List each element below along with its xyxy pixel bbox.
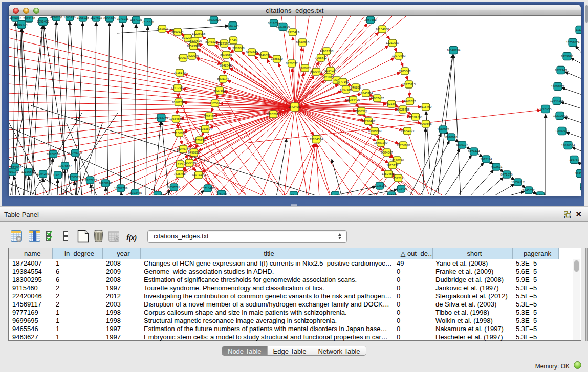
- svg-text:10975887: 10975887: [58, 164, 72, 167]
- svg-text:16640910: 16640910: [296, 41, 310, 44]
- svg-text:6934024: 6934024: [324, 69, 337, 72]
- svg-text:16120746: 16120746: [390, 159, 404, 162]
- svg-text:10107553: 10107553: [172, 101, 186, 104]
- svg-text:6466160: 6466160: [103, 17, 116, 20]
- svg-text:12444156: 12444156: [550, 99, 564, 102]
- svg-text:6099695: 6099695: [420, 122, 432, 125]
- svg-text:1527602: 1527602: [90, 16, 102, 19]
- svg-text:18724007: 18724007: [288, 105, 302, 108]
- svg-text:116753: 116753: [569, 158, 579, 161]
- svg-text:18495764: 18495764: [409, 115, 423, 118]
- svg-text:2087682: 2087682: [364, 18, 377, 21]
- svg-text:15716485: 15716485: [201, 187, 215, 190]
- svg-text:12156813: 12156813: [21, 170, 35, 173]
- svg-text:8146328: 8146328: [205, 40, 217, 43]
- svg-text:7955812: 7955812: [315, 56, 327, 59]
- svg-text:14136141: 14136141: [373, 184, 387, 187]
- svg-text:12359928: 12359928: [69, 151, 82, 155]
- svg-text:16648784: 16648784: [447, 49, 461, 52]
- svg-text:8660124: 8660124: [171, 30, 184, 33]
- svg-text:9084067: 9084067: [381, 151, 393, 154]
- svg-text:12093872: 12093872: [551, 85, 565, 88]
- svg-text:9498222: 9498222: [188, 151, 200, 154]
- svg-text:20153: 20153: [580, 185, 581, 188]
- svg-text:3215955: 3215955: [539, 107, 552, 111]
- svg-text:5878332: 5878332: [193, 139, 206, 142]
- svg-text:9463627: 9463627: [404, 100, 416, 103]
- svg-text:16154808: 16154808: [376, 28, 389, 31]
- svg-text:16782759: 16782759: [114, 187, 128, 190]
- svg-text:7163822: 7163822: [156, 27, 168, 30]
- svg-text:19166852: 19166852: [172, 132, 186, 135]
- svg-text:14914479: 14914479: [192, 173, 206, 177]
- svg-text:7515526: 7515526: [142, 20, 154, 24]
- svg-text:746206: 746206: [351, 86, 361, 89]
- svg-text:16961758: 16961758: [320, 50, 334, 53]
- svg-text:114513: 114513: [53, 173, 63, 177]
- svg-text:10654112: 10654112: [511, 181, 525, 184]
- svg-text:96523: 96523: [290, 193, 298, 195]
- svg-text:7485063: 7485063: [399, 70, 411, 73]
- svg-text:13226058: 13226058: [192, 32, 206, 35]
- svg-text:62160: 62160: [387, 102, 396, 105]
- svg-text:10543362: 10543362: [187, 45, 201, 48]
- svg-text:12923465: 12923465: [128, 191, 142, 194]
- svg-text:20206576: 20206576: [47, 152, 60, 156]
- svg-text:1292346: 1292346: [151, 193, 164, 195]
- svg-text:10973493: 10973493: [392, 54, 406, 57]
- svg-text:6879197: 6879197: [456, 143, 468, 146]
- svg-text:1667135: 1667135: [130, 18, 142, 21]
- svg-text:8675685: 8675685: [220, 53, 232, 56]
- svg-text:8220037: 8220037: [286, 62, 298, 65]
- svg-text:7345: 7345: [332, 193, 339, 195]
- svg-text:8242848: 8242848: [220, 64, 232, 67]
- svg-text:7625402: 7625402: [173, 172, 186, 176]
- svg-text:18807249: 18807249: [374, 141, 388, 144]
- svg-text:8471676: 8471676: [500, 173, 513, 176]
- svg-text:12213363: 12213363: [171, 86, 185, 90]
- svg-text:175342: 175342: [216, 192, 227, 195]
- svg-text:2055714: 2055714: [15, 23, 28, 26]
- svg-text:1294275: 1294275: [37, 172, 49, 176]
- svg-text:13692971: 13692971: [555, 129, 569, 133]
- svg-text:9115460: 9115460: [420, 105, 432, 108]
- svg-text:6497568: 6497568: [340, 88, 352, 91]
- svg-text:909617: 909617: [178, 56, 189, 59]
- svg-text:9427552: 9427552: [213, 89, 226, 92]
- svg-text:873245: 873245: [535, 194, 546, 195]
- svg-text:2093138: 2093138: [23, 17, 35, 20]
- svg-text:252214: 252214: [393, 177, 404, 180]
- svg-text:13325419: 13325419: [286, 31, 300, 34]
- svg-text:16033809: 16033809: [207, 18, 221, 21]
- svg-text:12213967: 12213967: [386, 41, 400, 45]
- svg-text:15720407: 15720407: [362, 120, 376, 123]
- svg-text:4738208: 4738208: [50, 16, 62, 19]
- svg-text:11353594: 11353594: [199, 127, 212, 130]
- svg-text:9146821: 9146821: [258, 54, 271, 57]
- svg-text:8938918: 8938918: [445, 136, 458, 139]
- svg-text:1065326: 1065326: [63, 16, 76, 19]
- svg-text:1065328: 1065328: [77, 16, 89, 19]
- svg-text:9227343: 9227343: [555, 69, 567, 72]
- svg-text:17016504: 17016504: [561, 144, 575, 147]
- svg-text:20364436: 20364436: [346, 98, 360, 101]
- svg-text:19384554: 19384554: [310, 138, 323, 141]
- svg-text:13524851: 13524851: [382, 172, 396, 176]
- svg-text:1546: 1546: [230, 39, 237, 42]
- svg-text:82736: 82736: [387, 194, 396, 195]
- svg-text:18302075: 18302075: [267, 113, 280, 116]
- svg-text:7986322: 7986322: [355, 110, 367, 113]
- svg-text:1071911: 1071911: [117, 17, 129, 20]
- svg-text:11123: 11123: [576, 28, 581, 31]
- svg-text:117006: 117006: [210, 102, 220, 105]
- svg-text:9245652: 9245652: [522, 189, 535, 192]
- svg-text:1362615: 1362615: [299, 67, 311, 70]
- svg-text:18127509: 18127509: [188, 39, 202, 42]
- svg-text:9657791: 9657791: [168, 186, 180, 189]
- svg-text:14099489: 14099489: [183, 161, 197, 164]
- svg-text:20053346: 20053346: [155, 116, 168, 119]
- svg-text:7357224: 7357224: [227, 24, 239, 27]
- svg-text:15751074: 15751074: [566, 41, 580, 44]
- svg-text:13975115: 13975115: [402, 83, 416, 86]
- svg-text:1121072: 1121072: [322, 76, 335, 79]
